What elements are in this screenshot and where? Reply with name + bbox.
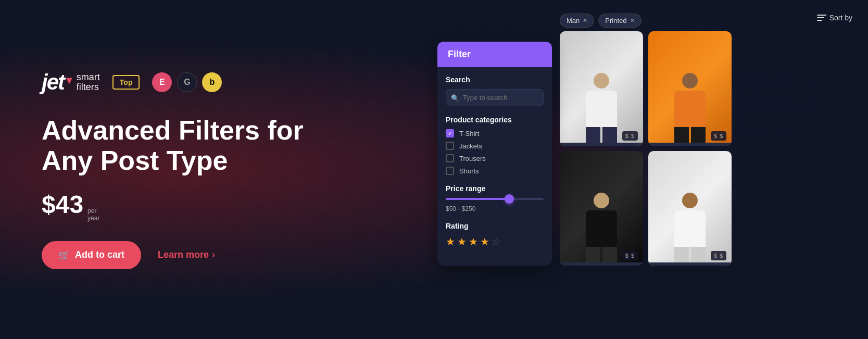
category-jackets[interactable]: Jackets <box>446 142 544 150</box>
product-card-2[interactable]: $ $ <box>648 31 732 146</box>
trousers-checkbox[interactable] <box>446 154 454 162</box>
stars-row: ★ ★ ★ ★ ☆ <box>446 235 544 248</box>
filter-tag-printed-close-icon[interactable]: ✕ <box>630 17 635 24</box>
price-labels: $50 - $250 <box>446 205 544 212</box>
person-head-4 <box>682 193 698 208</box>
price-range-thumb[interactable] <box>505 194 514 204</box>
rating-title: Rating <box>446 222 544 230</box>
brand-logo: jet ▼ smart filters <box>42 70 100 95</box>
card-3-price: $ $ <box>622 251 638 260</box>
sort-by-button[interactable]: Sort by <box>817 14 852 22</box>
price-range-track <box>446 198 544 200</box>
search-input[interactable] <box>446 89 544 106</box>
sort-line-1 <box>817 15 826 16</box>
logo-checkmark-icon: ▼ <box>64 74 74 86</box>
right-section: Filter Search 🔍 Product categories <box>427 0 868 339</box>
logo-jet-text: jet <box>42 70 64 95</box>
logo-smart-text: smart <box>77 72 100 83</box>
jackets-checkbox[interactable] <box>446 142 454 150</box>
categories-title: Product categories <box>446 116 544 124</box>
star-1-icon[interactable]: ★ <box>446 235 455 248</box>
card-4-price: $ $ <box>711 251 726 260</box>
cart-icon: 🛒 <box>58 249 70 261</box>
person-body-2 <box>674 91 706 127</box>
elementor-icon: E <box>152 72 172 92</box>
filter-title: Filter <box>448 49 471 59</box>
top-badge: Top <box>112 75 140 90</box>
filter-panel: Filter Search 🔍 Product categories <box>437 42 552 266</box>
headline-line1: Advanced Filters for <box>42 115 304 145</box>
filter-tag-printed-label: Printed <box>605 17 626 24</box>
person-body-1 <box>586 91 617 127</box>
active-filter-tags: Man ✕ Printed ✕ <box>560 14 641 28</box>
product-card-1[interactable]: $ $ <box>560 31 643 146</box>
price-per: per <box>87 207 99 215</box>
b-icon: b <box>202 72 222 92</box>
add-to-cart-button[interactable]: 🛒 Add to cart <box>42 241 141 269</box>
category-shorts[interactable]: Shorts <box>446 167 544 175</box>
search-section-title: Search <box>446 76 544 84</box>
star-5-icon[interactable]: ☆ <box>492 235 501 248</box>
headline: Advanced Filters for Any Post Type <box>42 116 385 175</box>
search-icon: 🔍 <box>451 94 459 102</box>
star-2-icon[interactable]: ★ <box>457 235 467 248</box>
product-image-2 <box>655 43 725 146</box>
rating-section: Rating ★ ★ ★ ★ ☆ <box>446 222 544 248</box>
price-range-fill <box>446 198 509 200</box>
filter-tag-printed[interactable]: Printed ✕ <box>598 14 641 28</box>
card-1-price: $ $ <box>622 131 638 141</box>
left-section: jet ▼ smart filters Top E G b Advanced F… <box>0 39 427 300</box>
star-4-icon[interactable]: ★ <box>480 235 489 248</box>
learn-more-label: Learn more <box>158 249 209 260</box>
price-amount: $43 <box>42 190 83 219</box>
person-silhouette-3 <box>581 193 622 266</box>
logo-row: jet ▼ smart filters Top E G b <box>42 70 385 95</box>
price-range-section: Price range $50 - $250 <box>446 184 544 212</box>
jackets-label: Jackets <box>459 142 482 150</box>
person-head-3 <box>594 193 609 208</box>
price-range-value: $50 - $250 <box>446 205 475 212</box>
product-image-4 <box>655 162 725 266</box>
integration-icons: E G b <box>152 72 222 92</box>
search-section: Search 🔍 <box>446 76 544 106</box>
shorts-label: Shorts <box>459 167 479 175</box>
person-body-4 <box>674 210 706 247</box>
logo-filters-text: filters <box>77 82 100 93</box>
headline-line2: Any Post Type <box>42 145 228 175</box>
product-card-3[interactable]: $ $ <box>560 151 643 266</box>
person-silhouette-2 <box>669 73 711 146</box>
card-2-price: $ $ <box>711 131 726 141</box>
page-wrapper: jet ▼ smart filters Top E G b Advanced F… <box>0 0 868 339</box>
category-tshirt[interactable]: T-Shirt <box>446 129 544 137</box>
card-1-bottom-bar <box>560 143 643 146</box>
sort-icon <box>817 15 826 21</box>
product-card-4[interactable]: $ $ <box>648 151 732 266</box>
product-image-3 <box>566 162 637 266</box>
categories-section: Product categories T-Shirt Jackets Trous… <box>446 116 544 175</box>
filter-panel-body: Search 🔍 Product categories T-Shirt <box>437 67 552 266</box>
products-grid: $ $ $ $ <box>560 31 732 266</box>
tshirt-label: T-Shirt <box>459 130 479 137</box>
filter-tag-man[interactable]: Man ✕ <box>560 14 594 28</box>
filter-tag-man-label: Man <box>567 17 580 24</box>
shorts-checkbox[interactable] <box>446 167 454 175</box>
price-range-title: Price range <box>446 184 544 193</box>
person-head-1 <box>594 73 609 89</box>
sort-line-3 <box>817 20 822 21</box>
product-image-1 <box>566 43 637 146</box>
person-silhouette-4 <box>669 193 711 266</box>
logo-subtitle: smart filters <box>77 72 100 93</box>
add-to-cart-label: Add to cart <box>75 249 124 260</box>
price-meta: per year <box>87 207 99 222</box>
cta-row: 🛒 Add to cart Learn more › <box>42 241 385 269</box>
filter-tag-man-close-icon[interactable]: ✕ <box>583 17 587 24</box>
card-3-bottom-bar <box>560 262 643 266</box>
sort-line-2 <box>817 17 824 18</box>
card-4-bottom-bar <box>648 262 732 266</box>
category-trousers[interactable]: Trousers <box>446 154 544 162</box>
tshirt-checkbox[interactable] <box>446 129 454 137</box>
star-3-icon[interactable]: ★ <box>469 235 478 248</box>
learn-more-chevron-icon: › <box>212 249 215 260</box>
learn-more-button[interactable]: Learn more › <box>158 249 215 260</box>
sort-by-label: Sort by <box>829 14 852 22</box>
